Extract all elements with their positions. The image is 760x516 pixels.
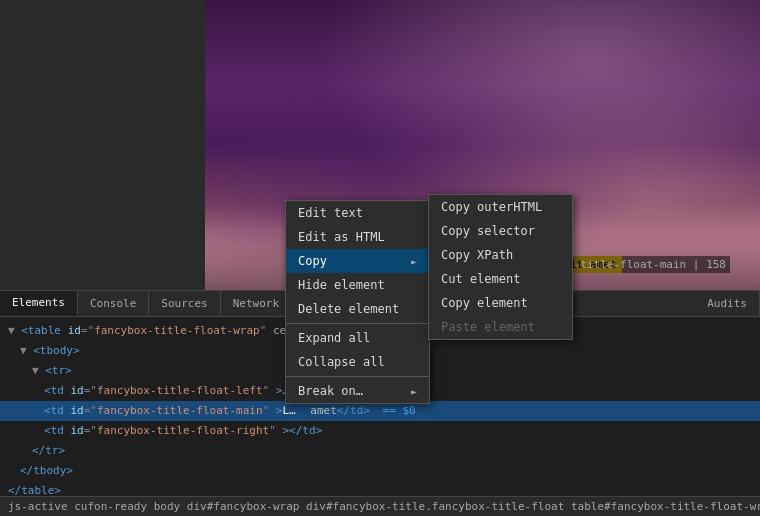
menu-item-break-on[interactable]: Break on… ► xyxy=(286,379,429,403)
menu-item-copy-element[interactable]: Copy element xyxy=(429,291,572,315)
menu-item-copy-selector[interactable]: Copy selector xyxy=(429,219,572,243)
code-line: <td id="fancybox-title-float-right" ></t… xyxy=(0,421,760,441)
menu-item-cut-element[interactable]: Cut element xyxy=(429,267,572,291)
menu-item-collapse[interactable]: Collapse all xyxy=(286,350,429,374)
menu-item-edit-text[interactable]: Edit text xyxy=(286,201,429,225)
menu-separator xyxy=(286,376,429,377)
tab-console[interactable]: Console xyxy=(78,291,149,316)
context-menu: Edit text Edit as HTML Copy ► Hide eleme… xyxy=(285,200,430,404)
menu-item-copy-xpath[interactable]: Copy XPath xyxy=(429,243,572,267)
tab-sources[interactable]: Sources xyxy=(149,291,220,316)
left-panel xyxy=(0,0,205,290)
tab-network[interactable]: Network xyxy=(221,291,292,316)
menu-item-edit-as-html[interactable]: Edit as HTML xyxy=(286,225,429,249)
menu-item-hide[interactable]: Hide element xyxy=(286,273,429,297)
menu-item-paste-element: Paste element xyxy=(429,315,572,339)
menu-item-expand[interactable]: Expand all xyxy=(286,326,429,350)
breadcrumb: js-active cufon-ready body div#fancybox-… xyxy=(0,496,760,516)
tab-elements[interactable]: Elements xyxy=(0,291,78,316)
submenu-arrow: ► xyxy=(411,256,417,267)
menu-item-copy[interactable]: Copy ► xyxy=(286,249,429,273)
menu-item-delete[interactable]: Delete element xyxy=(286,297,429,321)
menu-item-copy-outerhtml[interactable]: Copy outerHTML xyxy=(429,195,572,219)
copy-submenu: Copy outerHTML Copy selector Copy XPath … xyxy=(428,194,573,340)
code-line: </tr> xyxy=(0,441,760,461)
tab-audits[interactable]: Audits xyxy=(695,291,760,316)
submenu-arrow-2: ► xyxy=(411,386,417,397)
code-line: </tbody> xyxy=(0,461,760,481)
code-line-selected[interactable]: <td id="fancybox-title-float-main" >L… a… xyxy=(0,401,760,421)
menu-separator xyxy=(286,323,429,324)
